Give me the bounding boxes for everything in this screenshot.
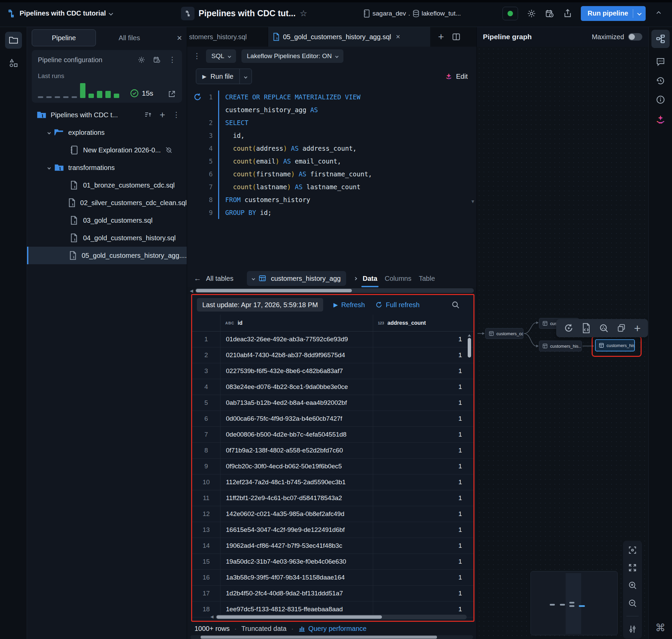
tree-root-row[interactable]: Pipelines with CDC t... + ⋮ <box>27 106 187 124</box>
settings-gear-icon[interactable] <box>527 9 536 18</box>
graph-canvas[interactable]: customers_cd.. cust customers_his.. cust… <box>477 47 649 639</box>
table-row[interactable]: 20210abf4-7430-42b8-ab37-8dd9f96575d41 <box>192 347 474 363</box>
chevron-down-icon[interactable] <box>109 11 113 16</box>
run-options-chevron-icon[interactable] <box>637 11 642 16</box>
address-count-cell[interactable]: 1 <box>373 506 474 522</box>
table-row[interactable]: 4083e24ee-d076-4b22-8ce1-9da0bbe3e0ce1 <box>192 379 474 395</box>
id-cell[interactable]: 0227539b-f6f5-432e-8be6-c482b6a83af7 <box>221 363 373 379</box>
tree-item-03-gold-customers-sql[interactable]: 03_gold_customers.sql <box>27 212 187 229</box>
tab-previous-file[interactable]: stomers_history.sql <box>187 27 268 47</box>
tab-table[interactable]: Table <box>417 270 436 287</box>
open-code-file-icon[interactable] <box>581 323 591 333</box>
address-count-cell[interactable]: 1 <box>373 474 474 490</box>
table-vertical-scrollbar[interactable] <box>467 334 471 358</box>
address-count-column-header[interactable]: 123 address_count <box>373 315 474 331</box>
tree-item-transformations[interactable]: transformations <box>27 159 187 176</box>
table-row[interactable]: 1419062ad4-cf86-4427-b7f9-53ec41f48b3c1 <box>192 538 474 554</box>
full-refresh-button[interactable]: Full refresh <box>375 301 420 309</box>
graph-minimap[interactable] <box>530 571 618 635</box>
address-count-cell[interactable]: 1 <box>373 554 474 570</box>
table-row[interactable]: 50ab713a5-b12b-4ed2-b8a4-eaa4b92002bf1 <box>192 395 474 411</box>
refresh-button[interactable]: ▶ Refresh <box>333 301 365 309</box>
tree-item-02-silver-customers-cdc-clean-sql[interactable]: 02_silver_customers_cdc_clean.sql <box>27 194 187 212</box>
collapse-topbar-icon[interactable] <box>656 11 661 16</box>
address-count-cell[interactable]: 1 <box>373 522 474 538</box>
table-row[interactable]: 1316615e54-3047-4c2f-99e9-de122491d6bf1 <box>192 522 474 538</box>
schedule-icon[interactable] <box>545 9 555 18</box>
tree-item-explorations[interactable]: explorations <box>27 124 187 141</box>
run-statement-refresh-icon[interactable] <box>193 93 202 102</box>
catalog-schema-selector[interactable]: sagara_dev . lakeflow_tut... <box>363 10 498 18</box>
config-gear-icon[interactable] <box>138 56 146 64</box>
split-view-icon[interactable] <box>452 27 461 47</box>
scrollbar-thumb[interactable] <box>217 615 382 619</box>
id-cell[interactable]: 112ef234-7a2d-48c1-b745-2ad5590ec3b1 <box>221 474 373 490</box>
id-cell[interactable]: 0ab713a5-b12b-4ed2-b8a4-eaa4b92002bf <box>221 395 373 411</box>
id-cell[interactable]: 0d00ca66-75fc-4f9d-932a-b4e60cb7427f <box>221 411 373 427</box>
assistant-icon[interactable] <box>655 113 666 124</box>
tab-pipeline[interactable]: Pipeline <box>32 29 96 46</box>
table-row[interactable]: 60d00ca66-75fc-4f9d-932a-b4e60cb7427f1 <box>192 411 474 427</box>
close-tab-icon[interactable]: × <box>396 32 400 41</box>
table-row[interactable]: 171d2b4f50-2fc4-40d8-9da2-bf131ddd51a71 <box>192 586 474 602</box>
editor-kebab-icon[interactable]: ⋮ <box>193 52 201 61</box>
add-file-icon[interactable]: + <box>160 109 165 120</box>
tree-item-05-gold-customers-history-agg-[interactable]: 05_gold_customers_history_agg.... <box>27 247 187 264</box>
chevron-right-icon[interactable] <box>354 277 357 280</box>
query-performance-link[interactable]: Query performance <box>298 625 366 633</box>
id-column-header[interactable]: ABC id <box>221 315 373 331</box>
data-preview-search-icon[interactable] <box>599 323 609 333</box>
fit-to-screen-icon[interactable] <box>628 545 637 555</box>
id-cell[interactable]: 19062ad4-cf86-4427-b7f9-53ec41f48b3c <box>221 538 373 554</box>
graph-settings-sliders-icon[interactable] <box>628 624 637 634</box>
id-cell[interactable]: 0210abf4-7430-42b8-ab37-8dd9f96575d4 <box>221 347 373 363</box>
tree-kebab-icon[interactable]: ⋮ <box>173 110 180 119</box>
id-cell[interactable]: 0de00806-b500-4d2e-bb7c-4efa504551d8 <box>221 427 373 443</box>
table-row[interactable]: 10112ef234-7a2d-48c1-b745-2ad5590ec3b11 <box>192 474 474 490</box>
id-cell[interactable]: 083e24ee-d076-4b22-8ce1-9da0bbe3e0ce <box>221 379 373 395</box>
id-cell[interactable]: 142e0602-c021-4a35-985a-0b8ef2afc49d <box>221 506 373 522</box>
tab-data[interactable]: Data <box>361 270 379 287</box>
history-icon[interactable] <box>655 76 666 86</box>
pipeline-status-indicator[interactable] <box>502 7 518 20</box>
table-row[interactable]: 161a3b58c9-39f5-4f07-9b34-15158daae1641 <box>192 570 474 586</box>
graph-node-source[interactable]: customers_cd.. <box>485 328 524 339</box>
share-icon[interactable] <box>563 9 572 18</box>
copy-node-icon[interactable] <box>617 323 626 333</box>
id-cell[interactable]: 0f71b9a2-138f-4802-a558-e52d2bfd7c60 <box>221 443 373 458</box>
table-row[interactable]: 101deac32-26ee-492e-ab3a-77592c6e93d91 <box>192 331 474 347</box>
results-horizontal-scrollbar[interactable]: ◀ <box>187 287 477 294</box>
address-count-cell[interactable]: 1 <box>373 490 474 506</box>
address-count-cell[interactable]: 1 <box>373 538 474 554</box>
scroll-up-arrow-icon[interactable] <box>468 334 471 337</box>
config-schedule-icon[interactable] <box>153 56 161 64</box>
all-tables-link[interactable]: All tables <box>206 275 233 282</box>
tree-item-04-gold-customers-history-sql[interactable]: 04_gold_customers_history.sql <box>27 229 187 247</box>
address-count-cell[interactable]: 1 <box>373 395 474 411</box>
open-runs-external-icon[interactable] <box>168 90 176 98</box>
editor-bottom-scrollbar[interactable] <box>190 635 473 639</box>
id-cell[interactable]: 01deac32-26ee-492e-ab3a-77592c6e93d9 <box>221 331 373 347</box>
address-count-cell[interactable]: 1 <box>373 347 474 363</box>
address-count-cell[interactable]: 1 <box>373 570 474 586</box>
run-pipeline-button[interactable]: Run pipeline <box>581 6 646 21</box>
pipelines-editor-mode-select[interactable]: Lakeflow Pipelines Editor: ON <box>241 49 343 63</box>
table-row[interactable]: 70de00806-b500-4d2e-bb7c-4efa504551d81 <box>192 427 474 443</box>
sort-icon[interactable] <box>144 111 152 119</box>
refresh-run-icon[interactable] <box>564 323 574 333</box>
config-kebab-icon[interactable]: ⋮ <box>169 56 176 64</box>
tab-columns[interactable]: Columns <box>383 270 413 287</box>
id-cell[interactable]: 11ff2bf1-22e9-4c61-bc07-d584178543a2 <box>221 490 373 506</box>
back-arrow-icon[interactable]: ← <box>194 274 201 283</box>
expand-icon[interactable] <box>628 563 637 573</box>
tab-all-files[interactable]: All files <box>97 29 161 46</box>
address-count-cell[interactable]: 1 <box>373 379 474 395</box>
id-cell[interactable]: 1a3b58c9-39f5-4f07-9b34-15158daae164 <box>221 570 373 586</box>
scroll-left-arrow-icon[interactable]: ◀ <box>210 614 213 619</box>
last-runs-chart[interactable]: 15s <box>38 82 176 98</box>
table-row[interactable]: 12142e0602-c021-4a35-985a-0b8ef2afc49d1 <box>192 506 474 522</box>
tree-item-new-exploration-2026-0-[interactable]: New Exploration 2026-0... <box>27 141 187 159</box>
address-count-cell[interactable]: 1 <box>373 411 474 427</box>
tab-active-file[interactable]: 05_gold_customers_history_agg.sql × <box>268 27 430 47</box>
zoom-in-icon[interactable] <box>628 580 637 590</box>
